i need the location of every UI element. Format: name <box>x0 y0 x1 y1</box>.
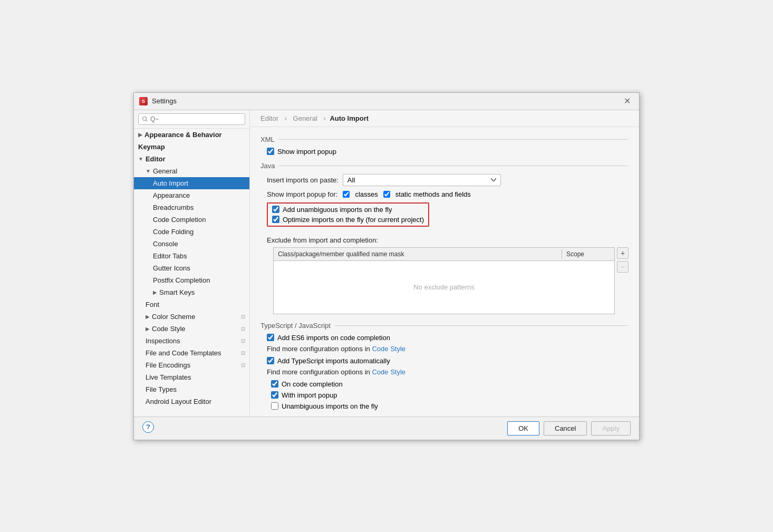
sidebar-item-color-scheme[interactable]: ▶Color Scheme⊡ <box>134 311 249 323</box>
unambiguous-imports-label: Unambiguous imports on the fly <box>282 402 378 410</box>
xml-show-import-checkbox[interactable] <box>267 148 274 155</box>
footer: ? OK Cancel Apply <box>134 417 639 440</box>
breadcrumb-editor: Editor <box>260 114 278 122</box>
sidebar-item-label-color-scheme: Color Scheme <box>152 313 195 321</box>
unambiguous-imports-checkbox[interactable] <box>271 402 278 410</box>
sidebar-item-postfix-completion[interactable]: Postfix Completion <box>134 274 249 286</box>
tree-arrow-editor: ▼ <box>138 156 143 162</box>
add-unambiguous-checkbox[interactable] <box>272 206 279 213</box>
col-name-header: Class/package/member qualified name mask <box>274 249 562 259</box>
show-import-popup-row: Show import popup for: classes static me… <box>260 190 629 198</box>
static-methods-label: static methods and fields <box>395 190 471 198</box>
add-exclude-button[interactable]: + <box>617 247 629 259</box>
help-button[interactable]: ? <box>142 421 154 433</box>
sidebar-item-breadcrumbs[interactable]: Breadcrumbs <box>134 201 249 214</box>
title-bar: S Settings ✕ <box>134 93 639 110</box>
add-unambiguous-row: Add unambiguous imports on the fly <box>272 206 424 214</box>
sidebar-item-auto-import[interactable]: Auto Import <box>134 177 249 189</box>
xml-section-header: XML <box>260 136 629 143</box>
sidebar-item-label-android-layout-editor: Android Layout Editor <box>146 398 211 405</box>
exclude-wrapper: Class/package/member qualified name mask… <box>267 247 629 314</box>
exclude-table-header: Class/package/member qualified name mask… <box>274 248 614 261</box>
tree-arrow-color-scheme: ▶ <box>146 314 150 320</box>
sidebar-item-editor[interactable]: ▼Editor <box>134 153 249 165</box>
exclude-label: Exclude from import and completion: <box>260 236 629 244</box>
sidebar-item-keymap[interactable]: Keymap <box>134 141 249 153</box>
add-es6-label: Add ES6 imports on code completion <box>277 334 390 342</box>
sidebar-item-label-keymap: Keymap <box>138 143 165 151</box>
find-more-es6-row: Find more configuration options in Code … <box>260 345 629 353</box>
sidebar-item-label-smart-keys: Smart Keys <box>159 288 195 296</box>
tree-arrow-code-style: ▶ <box>146 326 150 332</box>
find-more-ts-text: Find more configuration options in <box>267 368 370 376</box>
insert-imports-row: Insert imports on paste: All Ask None <box>260 174 629 186</box>
add-es6-checkbox[interactable] <box>267 334 274 341</box>
main-panel: Editor › General › Auto Import XML Show … <box>250 110 639 417</box>
sidebar-item-label-inspections: Inspections <box>146 337 180 345</box>
sidebar-item-live-templates[interactable]: Live Templates <box>134 371 249 383</box>
sidebar-item-font[interactable]: Font <box>134 298 249 311</box>
sidebar-item-label-general: General <box>153 167 177 175</box>
sidebar-item-file-types[interactable]: File Types <box>134 383 249 395</box>
optimize-imports-row: Optimize imports on the fly (for current… <box>272 216 424 224</box>
tree-arrow-smart-keys: ▶ <box>153 289 157 295</box>
on-code-completion-checkbox[interactable] <box>271 380 278 388</box>
close-button[interactable]: ✕ <box>621 96 634 107</box>
sidebar-item-gutter-icons[interactable]: Gutter Icons <box>134 262 249 274</box>
sidebar-item-general[interactable]: ▼General <box>134 165 249 177</box>
breadcrumb-sep2: › <box>323 114 327 122</box>
exclude-controls: + − <box>617 247 629 273</box>
sidebar-item-console[interactable]: Console <box>134 238 249 250</box>
sidebar-item-label-editor-tabs: Editor Tabs <box>153 252 187 260</box>
find-more-es6-text: Find more configuration options in <box>267 345 370 353</box>
sidebar-item-smart-keys[interactable]: ▶Smart Keys <box>134 286 249 298</box>
unambiguous-imports-row: Unambiguous imports on the fly <box>260 402 629 410</box>
ok-button[interactable]: OK <box>507 421 539 436</box>
xml-show-import-label: Show import popup <box>277 148 336 156</box>
tree-arrow-general: ▼ <box>146 168 151 174</box>
ts-section-header: TypeScript / JavaScript <box>260 322 629 330</box>
sidebar-item-android-layout-editor[interactable]: Android Layout Editor <box>134 395 249 408</box>
remove-exclude-button[interactable]: − <box>617 261 629 273</box>
sidebar-item-label-live-templates: Live Templates <box>146 373 191 381</box>
add-typescript-label: Add TypeScript imports automatically <box>277 357 390 365</box>
on-code-completion-label: On code completion <box>282 380 343 388</box>
sidebar-item-code-completion[interactable]: Code Completion <box>134 214 249 226</box>
add-typescript-checkbox[interactable] <box>267 357 274 364</box>
breadcrumb-auto-import: Auto Import <box>330 114 369 122</box>
breadcrumb: Editor › General › Auto Import <box>250 110 639 127</box>
settings-window: S Settings ✕ ▶Appearance & BehaviorKeyma… <box>133 92 640 440</box>
sidebar-item-label-postfix-completion: Postfix Completion <box>153 276 210 284</box>
sidebar-item-appearance[interactable]: Appearance <box>134 189 249 201</box>
sidebar-item-inspections[interactable]: Inspections⊡ <box>134 335 249 347</box>
sidebar-item-editor-tabs[interactable]: Editor Tabs <box>134 250 249 262</box>
static-checkbox[interactable] <box>383 191 390 198</box>
sidebar-item-label-code-folding: Code Folding <box>153 228 194 236</box>
cancel-button[interactable]: Cancel <box>544 421 587 436</box>
add-unambiguous-label: Add unambiguous imports on the fly <box>283 206 392 214</box>
exclude-table: Class/package/member qualified name mask… <box>273 247 615 314</box>
add-typescript-row: Add TypeScript imports automatically <box>260 357 629 365</box>
optimize-imports-checkbox[interactable] <box>272 216 279 223</box>
typescript-section: TypeScript / JavaScript Add ES6 imports … <box>260 322 629 410</box>
apply-button[interactable]: Apply <box>591 421 631 436</box>
highlight-box: Add unambiguous imports on the fly Optim… <box>267 202 429 227</box>
insert-imports-select[interactable]: All Ask None <box>343 174 501 186</box>
exclude-table-body: No exclude patterns <box>274 261 614 314</box>
sidebar-item-code-folding[interactable]: Code Folding <box>134 226 249 238</box>
sidebar-item-file-code-templates[interactable]: File and Code Templates⊡ <box>134 347 249 359</box>
sidebar-item-code-style[interactable]: ▶Code Style⊡ <box>134 323 249 335</box>
sidebar-item-label-file-types: File Types <box>146 385 177 393</box>
search-input[interactable] <box>138 113 245 125</box>
classes-checkbox[interactable] <box>343 191 350 198</box>
sidebar-item-appearance-behavior[interactable]: ▶Appearance & Behavior <box>134 129 249 141</box>
code-style-link-1[interactable]: Code Style <box>372 345 405 353</box>
sidebar-item-label-appearance: Appearance <box>153 191 190 199</box>
copy-icon-inspections: ⊡ <box>241 338 245 344</box>
tree-arrow-appearance-behavior: ▶ <box>138 132 142 138</box>
code-style-link-2[interactable]: Code Style <box>372 368 405 376</box>
with-import-popup-checkbox[interactable] <box>271 391 278 399</box>
sidebar-item-label-breadcrumbs: Breadcrumbs <box>153 204 194 211</box>
sidebar-item-file-encodings[interactable]: File Encodings⊡ <box>134 359 249 371</box>
exclude-section: Exclude from import and completion: Clas… <box>260 236 629 314</box>
